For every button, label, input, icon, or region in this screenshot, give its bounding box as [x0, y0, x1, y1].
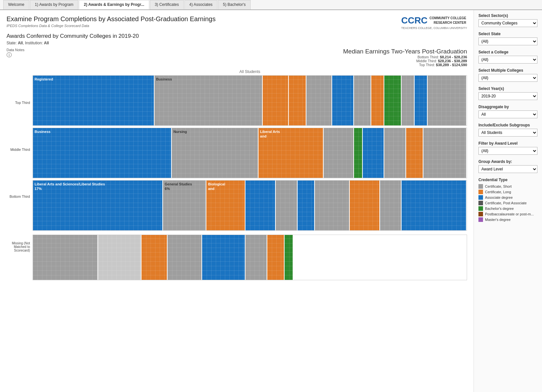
- sidebar-college-select[interactable]: (All): [478, 56, 537, 64]
- block-blue1-top: [332, 76, 354, 125]
- sidebar-sector-select[interactable]: Community Colleges: [478, 19, 537, 27]
- legend-label-masters: Master's degree: [485, 218, 511, 222]
- block-label-business-top: Business: [154, 76, 174, 83]
- block-blue2-bottom: [298, 181, 315, 230]
- legend-swatch-cert-short: [478, 184, 483, 189]
- legend-label-associate: Associate degree: [485, 196, 513, 199]
- legend-swatch-masters: [478, 217, 483, 222]
- sidebar-year-select[interactable]: 2019-20: [478, 92, 537, 100]
- tab-associates[interactable]: 4) Associates: [184, 0, 217, 9]
- treemap-rows: Registered Business: [33, 75, 467, 280]
- sidebar-state-section: Select State (All): [478, 32, 537, 45]
- legend-cert-short: Certificate, Short: [478, 184, 537, 189]
- block-blue2-top: [415, 76, 428, 125]
- chart-header: Median Earnings Two-Years Post-Graduatio…: [343, 48, 467, 67]
- y-axis-labels: Top Third Middle Third Bottom Third Miss…: [7, 69, 33, 280]
- earnings-chart-title: Median Earnings Two-Years Post-Graduatio…: [343, 48, 467, 55]
- ccrc-university: TEACHERS COLLEGE, COLUMBIA UNIVERSITY: [401, 26, 467, 30]
- legend-label-cert-post: Certificate, Post Associate: [485, 201, 527, 205]
- tab-welcome[interactable]: Welcome: [3, 0, 29, 9]
- block-orange3-top: [371, 76, 384, 125]
- block-orange1-middle: [406, 128, 423, 178]
- block-orange2-top: [289, 76, 306, 125]
- legend-cert-post: Certificate, Post Associate: [478, 201, 537, 205]
- sidebar-disaggregate-select[interactable]: All: [478, 110, 537, 118]
- sidebar-college-label: Select a College: [478, 50, 537, 54]
- y-label-middle: Middle Third: [7, 148, 30, 152]
- block-business-top: Business: [154, 76, 263, 125]
- legend-postbacc: Postbaccalaureate or post-m...: [478, 212, 537, 216]
- page-subtitle: IPEDS Completions Data & College Scoreca…: [7, 24, 215, 28]
- block-gray2-top: [354, 76, 371, 125]
- block-gray1-missing: [33, 235, 98, 280]
- sidebar-include-section: Include/Exclude Subgroups All Students: [478, 123, 537, 137]
- treemap-row-top: Registered Business: [33, 75, 467, 126]
- sidebar-award-filter-select[interactable]: (All): [478, 147, 537, 155]
- earnings-legend: Bottom Third: $8,214 - $28,236 Middle Th…: [343, 55, 467, 67]
- sidebar-sector-section: Select Sector(s) Community Colleges: [478, 13, 537, 27]
- block-label-liberal-arts-bottom: Liberal Arts and Sciences/Liberal Studie…: [33, 181, 107, 193]
- legend-cert-long: Certificate, Long: [478, 190, 537, 194]
- legend-section: Credential Type Certificate, Short Certi…: [478, 178, 537, 222]
- sidebar-group-label: Group Awards by:: [478, 159, 537, 164]
- block-gray3-middle: [423, 128, 467, 178]
- block-orange2-missing: [267, 235, 285, 280]
- block-label-business-middle: Business: [33, 128, 52, 135]
- legend-swatch-cert-long: [478, 190, 483, 194]
- sidebar-disaggregate-section: Disaggregate by All: [478, 105, 537, 118]
- section-title: Awards Conferred by Community Colleges i…: [7, 33, 467, 39]
- tab-bachelors[interactable]: 5) Bachelor's: [218, 0, 251, 9]
- data-notes[interactable]: Data Notes ⓘ: [7, 48, 24, 59]
- legend-swatch-cert-post: [478, 201, 483, 205]
- content-area: Examine Program Completions by Associate…: [0, 10, 474, 392]
- y-label-missing: Missing (NotMatched toScorecard): [7, 241, 30, 252]
- ccrc-full-name: COMMUNITY COLLEGERESEARCH CENTER: [430, 16, 466, 25]
- legend-bachelors: Bachelor's degree: [478, 206, 537, 211]
- sidebar-multi-college-label: Select Multiple Colleges: [478, 68, 537, 73]
- block-blue1-middle: [363, 128, 385, 178]
- block-liberal-arts-bottom: Liberal Arts and Sciences/Liberal Studie…: [33, 181, 163, 230]
- legend-swatch-associate: [478, 195, 483, 200]
- block-general-studies-bottom: General Studies6%: [163, 181, 206, 230]
- block-registered-nursing-top: Registered: [33, 76, 154, 125]
- legend-swatch-bachelors: [478, 206, 483, 211]
- block-biological-bottom: Biologicaland: [206, 181, 245, 230]
- legend-label-bachelors: Bachelor's degree: [485, 207, 514, 211]
- treemap-row-missing: [33, 235, 467, 280]
- data-notes-icon: ⓘ: [7, 52, 24, 59]
- block-gray2-missing: [168, 235, 202, 280]
- y-label-bottom: Bottom Third: [7, 195, 30, 198]
- section-sub: State: All, Institution: All: [7, 41, 467, 45]
- ccrc-logo: CCRC COMMUNITY COLLEGERESEARCH CENTER TE…: [401, 15, 467, 30]
- sidebar-multi-college-select[interactable]: (All): [478, 74, 537, 82]
- block-gray2-bottom: [315, 181, 349, 230]
- sidebar-year-label: Select Year(s): [478, 86, 537, 91]
- legend-label-postbacc: Postbaccalaureate or post-m...: [485, 212, 534, 216]
- block-orange1-missing: [141, 235, 168, 280]
- legend-masters: Master's degree: [478, 217, 537, 222]
- legend-swatch-postbacc: [478, 212, 483, 216]
- ccrc-letters: CCRC: [401, 15, 428, 26]
- block-label-general-studies: General Studies6%: [163, 181, 194, 193]
- block-light-gray-missing: [98, 235, 141, 280]
- header-text: Examine Program Completions by Associate…: [7, 15, 215, 28]
- tab-awards-program[interactable]: 1) Awards by Program: [30, 0, 79, 9]
- block-label-registered: Registered: [33, 76, 55, 83]
- sidebar-group-select[interactable]: Award Level: [478, 165, 537, 173]
- sidebar-include-label: Include/Exclude Subgroups: [478, 123, 537, 127]
- block-liberal-arts-middle: Liberal Artsand: [258, 128, 324, 178]
- all-students-label: All Students: [33, 69, 467, 74]
- tab-certificates[interactable]: 3) Certificates: [150, 0, 184, 9]
- block-label-nursing-middle: Nursing: [172, 128, 189, 135]
- block-label-biological: Biologicaland: [206, 181, 227, 193]
- block-orange1-bottom: [350, 181, 380, 230]
- block-gray2-middle: [384, 128, 406, 178]
- y-label-top: Top Third: [7, 101, 30, 105]
- treemap-row-middle: Business Nursing Liberal Artsand: [33, 128, 467, 178]
- block-gray4-top: [428, 76, 467, 125]
- legend-associate: Associate degree: [478, 195, 537, 200]
- sidebar-state-select[interactable]: (All): [478, 37, 537, 45]
- block-nursing-middle: Nursing: [172, 128, 258, 178]
- tab-awards-earnings[interactable]: 2) Awards & Earnings by Progr...: [79, 0, 149, 9]
- sidebar-include-select[interactable]: All Students: [478, 129, 537, 137]
